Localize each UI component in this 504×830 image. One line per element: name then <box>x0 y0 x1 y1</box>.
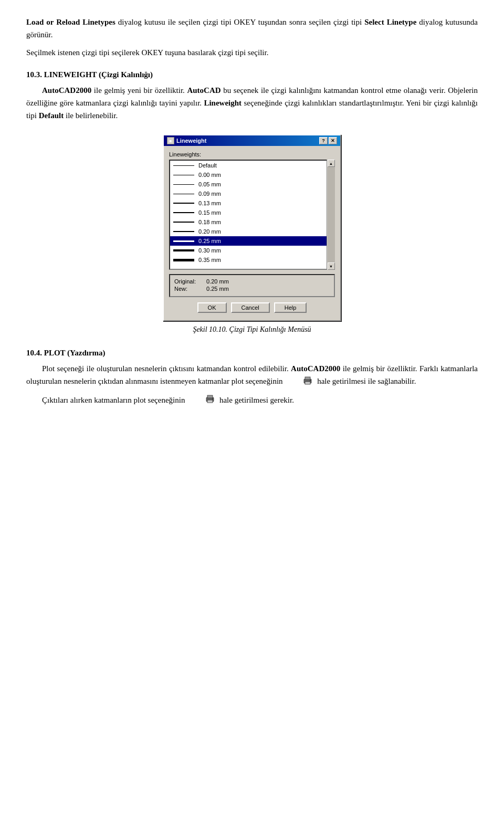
text-content-8: Plot seçeneği ile oluşturulan nesnelerin… <box>42 364 291 373</box>
line-preview <box>173 194 194 194</box>
list-item[interactable]: 0.05 mm <box>170 180 334 189</box>
new-label: New: <box>174 286 203 292</box>
svg-rect-6 <box>207 400 213 403</box>
list-item[interactable]: Default <box>170 161 334 170</box>
button-row: OK Cancel Help <box>169 302 335 315</box>
text-content-11: Çıktıları alırken katmanların plot seçen… <box>42 396 187 404</box>
list-item[interactable]: 0.18 mm <box>170 217 334 227</box>
paragraph-3: AutoCAD2000 ile gelmiş yeni bir özellikt… <box>26 84 478 122</box>
svg-rect-7 <box>212 398 213 400</box>
line-preview <box>173 203 194 204</box>
listbox-wrapper: Default 0.00 mm 0.05 mm 0.09 mm <box>169 160 335 270</box>
item-label: 0.30 mm <box>198 247 221 254</box>
line-preview <box>173 222 194 223</box>
lineweights-label: Lineweights: <box>169 151 335 157</box>
section-number-2: 10.4. <box>26 349 42 357</box>
line-preview <box>173 165 194 166</box>
paragraph-2: Seçilmek istenen çizgi tipi seçilerek OK… <box>26 46 478 59</box>
list-item[interactable]: 0.09 mm <box>170 189 334 198</box>
figure-caption: Şekil 10.10. Çizgi Tipi Kalınlığı Menüsü <box>193 325 311 334</box>
info-section: Original: 0.20 mm New: 0.25 mm <box>169 274 335 297</box>
scroll-up-btn[interactable]: ▲ <box>328 160 335 167</box>
new-row: New: 0.25 mm <box>174 286 330 292</box>
autocad2000-bold-2: AutoCAD2000 <box>291 364 340 373</box>
cancel-button[interactable]: Cancel <box>231 302 270 313</box>
svg-rect-2 <box>305 382 310 384</box>
item-label: 0.09 mm <box>198 191 221 197</box>
paragraph-9: Çıktıları alırken katmanların plot seçen… <box>26 394 478 407</box>
section-10-3-title: 10.3. LINEWEIGHT (Çizgi Kalınlığı) <box>26 68 478 81</box>
autocad-bold: AutoCAD <box>187 86 220 94</box>
help-button[interactable]: Help <box>274 302 307 313</box>
new-value: 0.25 mm <box>206 286 229 292</box>
list-item[interactable]: 0.35 mm <box>170 255 334 265</box>
section-subtitle: (Çizgi Kalınlığı) <box>99 70 153 79</box>
item-label: 0.15 mm <box>198 209 221 216</box>
line-preview <box>173 212 194 213</box>
list-item[interactable]: 0.13 mm <box>170 198 334 208</box>
paragraph-1: Load or Reload Linetypes diyalog kutusu … <box>26 16 478 41</box>
line-preview <box>173 249 194 251</box>
dialog-content: Lineweights: Default 0.00 mm <box>164 146 340 320</box>
item-label: 0.13 mm <box>198 200 221 206</box>
lineweight-bold: Lineweight <box>204 99 242 107</box>
text-content-3: Seçilmek istenen çizgi tipi seçilerek OK… <box>26 48 268 57</box>
svg-rect-1 <box>305 377 310 380</box>
bold-text-2: Select Linetype <box>364 18 416 26</box>
list-item[interactable]: 0.00 mm <box>170 170 334 180</box>
item-label: 0.35 mm <box>198 257 221 263</box>
printer-icon-2 <box>189 394 215 407</box>
section-title-text-2: PLOT <box>44 349 66 357</box>
item-label: Default <box>198 162 217 169</box>
dialog-title: Lineweight <box>176 138 206 144</box>
original-value: 0.20 mm <box>206 278 229 285</box>
section-subtitle-2: (Yazdırma) <box>67 349 105 357</box>
item-label: 0.05 mm <box>198 181 221 187</box>
original-label: Original: <box>174 278 203 285</box>
listbox[interactable]: Default 0.00 mm 0.05 mm 0.09 mm <box>169 160 335 270</box>
ok-button[interactable]: OK <box>197 302 227 313</box>
titlebar-left: ■ Lineweight <box>167 137 206 144</box>
lineweight-dialog: ■ Lineweight ? ✕ Lineweights: Defa <box>163 134 341 321</box>
text-content-12: hale getirilmesi gerekir. <box>219 396 294 404</box>
item-label: 0.20 mm <box>198 228 221 235</box>
dialog-container: ■ Lineweight ? ✕ Lineweights: Defa <box>26 134 478 334</box>
line-preview <box>173 184 194 185</box>
listbox-inner: Default 0.00 mm 0.05 mm 0.09 mm <box>170 161 334 269</box>
titlebar-icon: ■ <box>167 137 174 144</box>
section-number: 10.3. <box>26 70 42 79</box>
item-label: 0.25 mm <box>198 238 221 244</box>
dialog-titlebar: ■ Lineweight ? ✕ <box>164 135 340 146</box>
paragraph-8: Plot seçeneği ile oluşturulan nesnelerin… <box>26 362 478 388</box>
titlebar-buttons: ? ✕ <box>319 137 337 144</box>
text-content: diyalog kutusu ile seçilen çizgi tipi OK… <box>118 18 364 26</box>
svg-rect-3 <box>310 380 311 381</box>
svg-rect-5 <box>207 395 213 398</box>
section-10-4-title: 10.4. PLOT (Yazdırma) <box>26 346 478 359</box>
line-preview <box>173 231 194 232</box>
line-preview <box>173 175 194 175</box>
item-label: 0.00 mm <box>198 172 221 178</box>
list-item[interactable]: 0.15 mm <box>170 208 334 217</box>
bold-text: Load or Reload Linetypes <box>26 18 116 26</box>
list-item-selected[interactable]: 0.25 mm <box>170 236 334 246</box>
line-preview <box>173 259 194 261</box>
line-preview <box>173 240 194 242</box>
list-item[interactable]: 0.30 mm <box>170 246 334 255</box>
help-titlebar-btn[interactable]: ? <box>319 137 328 144</box>
text-content-10: hale getirilmesi ile sağlanabilir. <box>317 377 416 385</box>
autocad2000-bold: AutoCAD2000 <box>42 86 91 94</box>
original-row: Original: 0.20 mm <box>174 278 330 285</box>
printer-icon <box>287 376 313 388</box>
text-content-7: ile belirlenebilir. <box>66 111 118 120</box>
scroll-track <box>328 167 335 262</box>
default-bold: Default <box>39 111 64 120</box>
scroll-down-btn[interactable]: ▼ <box>328 262 335 270</box>
section-title-text: LINEWEIGHT <box>44 70 97 79</box>
text-content-4: ile gelmiş yeni bir özelliktir. <box>94 86 187 94</box>
item-label: 0.18 mm <box>198 219 221 225</box>
close-titlebar-btn[interactable]: ✕ <box>329 137 337 144</box>
scrollbar[interactable]: ▲ ▼ <box>327 160 335 270</box>
list-item[interactable]: 0.20 mm <box>170 227 334 236</box>
